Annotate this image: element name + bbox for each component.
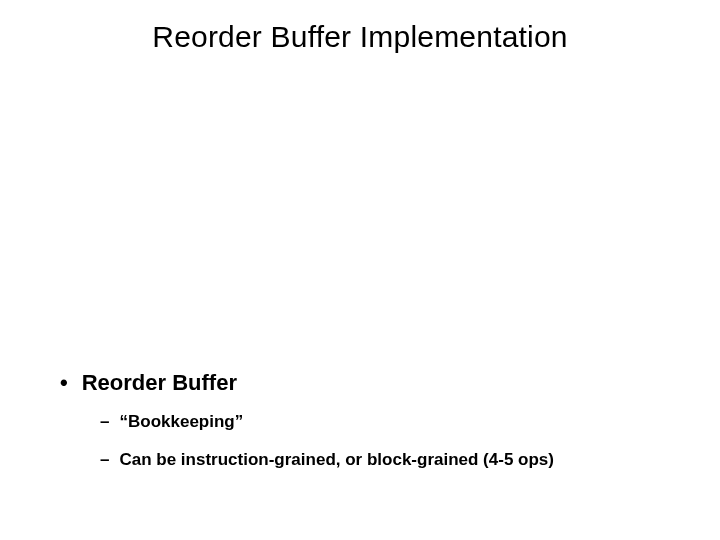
bullet-level1: • Reorder Buffer [60,370,680,396]
slide-title: Reorder Buffer Implementation [0,20,720,54]
dash-icon: – [100,412,109,432]
slide: Reorder Buffer Implementation • Reorder … [0,0,720,540]
bullet-icon: • [60,372,68,394]
slide-body: • Reorder Buffer – “Bookkeeping” – Can b… [60,370,680,488]
bullet-level2-text: “Bookkeeping” [119,412,243,432]
bullet-level1-text: Reorder Buffer [82,370,237,396]
bullet-level2: – Can be instruction-grained, or block-g… [100,450,680,470]
bullet-level2-text: Can be instruction-grained, or block-gra… [119,450,554,470]
dash-icon: – [100,450,109,470]
bullet-level2: – “Bookkeeping” [100,412,680,432]
